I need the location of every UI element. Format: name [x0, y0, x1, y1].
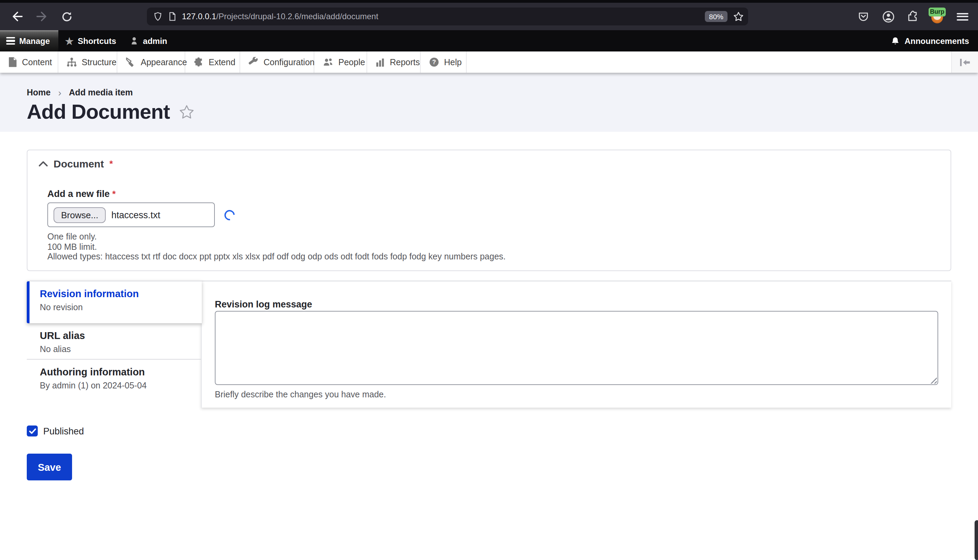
vertical-tabs: Revision log message Briefly describe th… [27, 281, 951, 410]
bar-chart-icon [375, 57, 385, 67]
puzzle-icon [193, 57, 204, 67]
shortcuts-tab[interactable]: ★ Shortcuts [58, 30, 123, 52]
tab-title: URL alias [40, 330, 201, 341]
main-content: Document * Add a new file * Browse... ht… [0, 132, 978, 560]
admin-user-label: admin [143, 36, 167, 46]
collapse-left-icon [960, 58, 970, 66]
url-path: /Projects/drupal-10.2.6/media/add/docume… [216, 12, 378, 21]
breadcrumb-separator-icon: › [58, 88, 61, 97]
bookmark-star-icon[interactable] [733, 11, 744, 22]
help-line: Allowed types: htaccess txt rtf doc docx… [47, 252, 506, 262]
shortcuts-label: Shortcuts [78, 36, 116, 46]
menu-item-label: Extend [209, 57, 235, 67]
document-fieldset: Document * Add a new file * Browse... ht… [27, 150, 951, 271]
file-field-description: One file only. 100 MB limit. Allowed typ… [47, 232, 506, 262]
revision-information-pane: Revision log message Briefly describe th… [201, 281, 951, 408]
browser-tab-strip [0, 0, 978, 3]
revision-log-label: Revision log message [215, 299, 312, 310]
announcements-label: Announcements [905, 36, 969, 46]
tab-url-alias[interactable]: URL alias No alias [27, 323, 201, 360]
page-info-icon[interactable] [167, 12, 177, 21]
file-icon [8, 57, 17, 67]
menu-item-configuration[interactable]: Configuration [240, 52, 314, 73]
check-icon [28, 428, 36, 434]
manage-hamburger-icon [6, 36, 15, 46]
url-bar[interactable]: 127.0.0.1/Projects/drupal-10.2.6/media/a… [147, 8, 748, 25]
extensions-icon[interactable] [906, 10, 920, 23]
menu-item-extend[interactable]: Extend [185, 52, 240, 73]
user-icon [130, 37, 139, 45]
reload-button[interactable] [60, 10, 73, 23]
menu-item-help[interactable]: ? Help [421, 52, 467, 73]
browse-button[interactable]: Browse... [53, 207, 106, 223]
page-title: Add Document [27, 100, 170, 123]
page-scrollbar-thumb[interactable] [975, 520, 978, 560]
ajax-progress-spinner-icon [222, 208, 237, 222]
shield-icon [153, 12, 163, 21]
help-line: One file only. [47, 232, 506, 242]
fieldset-legend[interactable]: Document [53, 158, 104, 170]
zoom-level-badge[interactable]: 80% [705, 11, 728, 22]
brush-icon [126, 57, 136, 67]
wrench-icon [248, 57, 259, 67]
menu-item-label: Appearance [141, 57, 187, 67]
question-icon: ? [429, 57, 439, 67]
menu-item-label: Structure [82, 57, 116, 67]
menu-item-label: Help [444, 57, 462, 67]
url-text: 127.0.0.1/Projects/drupal-10.2.6/media/a… [182, 12, 705, 21]
svg-text:?: ? [432, 59, 436, 65]
required-mark: * [110, 158, 113, 169]
menu-item-label: Reports [390, 57, 420, 67]
breadcrumb-home-link[interactable]: Home [27, 88, 50, 97]
active-tab-indicator [27, 282, 30, 323]
help-line: 100 MB limit. [47, 242, 506, 252]
breadcrumb: Home › Add media item [27, 88, 133, 97]
selected-file-name: htaccess.txt [111, 210, 160, 220]
extension-burp-icon[interactable]: Burp [931, 10, 945, 23]
tab-authoring-information[interactable]: Authoring information By admin (1) on 20… [27, 360, 201, 402]
toolbar-orientation-toggle[interactable] [951, 52, 978, 73]
browser-toolbar: 127.0.0.1/Projects/drupal-10.2.6/media/a… [0, 3, 978, 30]
extension-badge: Burp [929, 8, 946, 17]
tab-revision-information[interactable]: Revision information No revision [27, 281, 202, 323]
forward-button[interactable] [35, 10, 49, 23]
menu-item-appearance[interactable]: Appearance [117, 52, 185, 73]
collapse-chevron-icon[interactable] [38, 161, 48, 167]
menu-item-content[interactable]: Content [0, 52, 58, 73]
back-button[interactable] [10, 10, 24, 23]
pocket-icon[interactable] [856, 10, 870, 23]
tab-summary: No alias [40, 345, 201, 354]
account-icon[interactable] [881, 10, 895, 23]
published-label[interactable]: Published [43, 426, 84, 436]
breadcrumb-current: Add media item [69, 88, 133, 97]
admin-user-tab[interactable]: admin [123, 30, 174, 52]
screenshot-root: 127.0.0.1/Projects/drupal-10.2.6/media/a… [0, 0, 978, 560]
drupal-admin-toolbar: Manage ★ Shortcuts admin Announcements [0, 30, 978, 52]
file-field-label: Add a new file [47, 189, 110, 199]
tab-title: Revision information [40, 288, 202, 299]
browser-menu-button[interactable] [955, 10, 969, 23]
tab-title: Authoring information [40, 367, 201, 377]
drupal-admin-menu: Content Structure Appearance Extend Conf… [0, 52, 978, 73]
menu-item-label: People [338, 57, 365, 67]
star-icon: ★ [65, 36, 73, 46]
page-header: Home › Add media item Add Document [0, 73, 978, 132]
manage-label: Manage [19, 36, 50, 46]
menu-item-people[interactable]: People [314, 52, 367, 73]
menu-item-label: Configuration [263, 57, 315, 67]
announcements-tab[interactable]: Announcements [891, 30, 969, 52]
menu-item-reports[interactable]: Reports [367, 52, 421, 73]
menu-item-structure[interactable]: Structure [58, 52, 117, 73]
revision-log-textarea[interactable] [215, 311, 938, 385]
vertical-tabs-menu: Revision information No revision URL ali… [27, 281, 202, 402]
manage-tab[interactable]: Manage [0, 30, 58, 52]
file-upload-input[interactable]: Browse... htaccess.txt [47, 202, 215, 227]
users-icon [323, 57, 333, 67]
sitemap-icon [67, 57, 77, 67]
favorite-star-icon[interactable] [178, 103, 195, 120]
save-button[interactable]: Save [27, 453, 72, 480]
published-checkbox[interactable] [27, 425, 38, 437]
menu-item-label: Content [22, 57, 52, 67]
url-domain: 127.0.0.1 [182, 12, 216, 21]
tab-summary: No revision [40, 303, 202, 312]
